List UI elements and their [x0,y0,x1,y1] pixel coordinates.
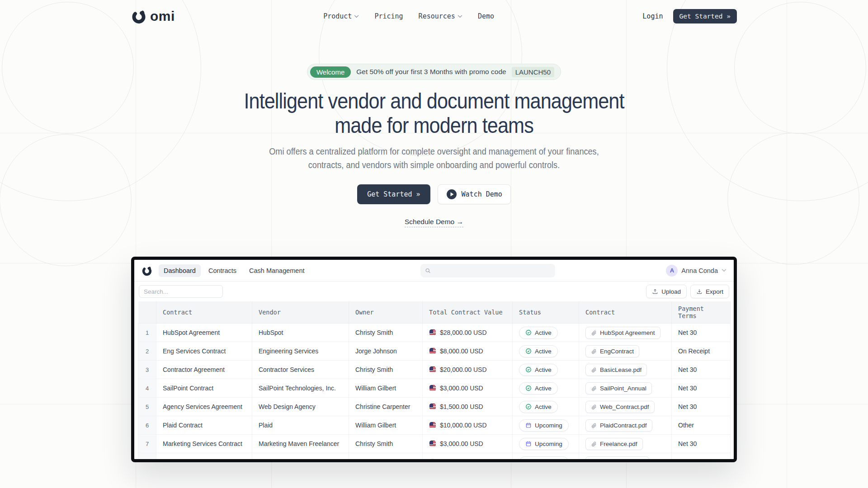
column-header-contract[interactable]: Contract [156,301,252,324]
value-text: $3,000.00 USD [440,385,483,392]
column-header-vendor[interactable]: Vendor [252,301,349,324]
cell-owner: William Gilbert [349,416,423,435]
cell-owner: William Gilbert [349,379,423,398]
cell-contract: Eng Services Contract [156,342,252,361]
get-started-button[interactable]: Get Started » [673,9,737,23]
search-icon [425,267,431,274]
contract-file-chip[interactable]: Web_Contract.pdf [585,401,655,413]
cell-owner: Vincent Fuller [349,453,423,463]
column-header-number [138,301,156,324]
table-row[interactable]: 1 HubSpot Agreement HubSpot Christy Smit… [138,324,731,342]
export-button[interactable]: Export [690,285,729,298]
column-header-owner[interactable]: Owner [349,301,423,324]
hero-get-started-button[interactable]: Get Started » [357,184,430,204]
app-tabs: Dashboard Contracts Cash Management [159,264,310,277]
schedule-demo-link[interactable]: Schedule Demo → [405,218,463,227]
user-menu[interactable]: A Anna Conda [666,265,726,277]
table-row[interactable]: 4 SailPoint Contract SailPoint Technolog… [138,379,731,398]
promo-code: LAUNCH50 [512,67,554,77]
table-row[interactable]: 5 Agency Services Agreement Web Design A… [138,398,731,416]
contracts-table: Contract Vendor Owner Total Contract Val… [138,301,731,462]
cell-status: Active [513,398,579,416]
row-number: 2 [138,342,156,361]
cell-total-value: $28,000.00 USD [423,324,513,342]
cell-payment-terms: On Receipt [672,342,731,361]
table-header-row: Contract Vendor Owner Total Contract Val… [138,301,731,324]
tab-cash-management[interactable]: Cash Management [244,264,310,277]
row-number: 7 [138,435,156,453]
cell-contract: HubSpot Agreement [156,324,252,342]
row-number: 8 [138,453,156,463]
cell-status: Active [513,342,579,361]
upcoming-status-icon [525,459,532,462]
nav-item-pricing[interactable]: Pricing [374,12,403,20]
contract-file-chip[interactable]: HubSpot Agreement [585,327,660,339]
upload-button[interactable]: Upload [646,285,687,298]
status-label: Active [535,404,552,410]
tab-dashboard[interactable]: Dashboard [159,264,201,277]
row-number: 5 [138,398,156,416]
paperclip-icon [591,460,597,463]
cell-contract: SailPoint Contract [156,379,252,398]
brand-logo-icon [131,9,146,24]
table-row[interactable]: 7 Marketing Services Contract Marketing … [138,435,731,453]
nav-item-product[interactable]: Product [323,12,359,20]
cell-contract: Marketing Services Contract [156,435,252,453]
paperclip-icon [591,422,597,428]
contract-file-chip[interactable]: BasicLease.pdf [585,364,647,376]
us-flag-icon [429,422,436,429]
paperclip-icon [591,404,597,410]
cell-contract-file: Web_Contract.pdf [579,398,672,416]
contract-file-chip[interactable]: LegalEagles.pdf [585,456,649,463]
nav-item-demo[interactable]: Demo [478,12,494,20]
cell-contract-file: BasicLease.pdf [579,361,672,379]
login-link[interactable]: Login [642,12,663,20]
chevron-down-icon [722,269,726,272]
status-label: Active [535,348,552,355]
global-search-input[interactable] [434,267,551,274]
contract-file-chip[interactable]: Freelance.pdf [585,438,643,450]
table-row[interactable]: 2 Eng Services Contract Engineering Serv… [138,342,731,361]
file-name: Freelance.pdf [600,441,637,447]
brand-logo[interactable]: omi [131,9,175,24]
file-name: EngContract [600,348,634,355]
nav-label: Resources [419,12,455,20]
watch-demo-button[interactable]: Watch Demo [438,184,511,204]
tab-contracts[interactable]: Contracts [203,264,241,277]
paperclip-icon [591,367,597,373]
nav-item-resources[interactable]: Resources [419,12,462,20]
cell-status: Upcoming [513,416,579,435]
status-label: Active [535,385,552,392]
us-flag-icon [429,385,436,392]
cell-total-value: $1,500.00 USD [423,398,513,416]
cell-total-value: $8,000.00 USD [423,342,513,361]
column-header-terms[interactable]: Payment Terms [672,301,731,324]
play-icon [446,189,457,200]
value-text: $3,000.00 USD [440,440,483,447]
active-status-icon [525,366,532,373]
contract-file-chip[interactable]: PlaidContract.pdf [585,419,652,432]
cell-vendor: Web Design Agency [252,398,349,416]
avatar: A [666,265,678,277]
column-header-file[interactable]: Contract [579,301,672,324]
search-input[interactable] [139,285,223,298]
download-icon [696,288,703,295]
contract-file-chip[interactable]: SailPoint_Annual [585,382,652,394]
row-number: 3 [138,361,156,379]
contract-file-chip[interactable]: EngContract [585,345,639,357]
cell-status: Upcoming [513,435,579,453]
table-row[interactable]: 6 Plaid Contract Plaid William Gilbert $… [138,416,731,435]
table-row[interactable]: 3 Contractor Agreement Contractor Servic… [138,361,731,379]
us-flag-icon [429,366,436,373]
global-search[interactable] [420,264,555,277]
us-flag-icon [429,440,436,447]
title-line-2: made for modern teams [335,113,533,137]
column-header-value[interactable]: Total Contract Value [423,301,513,324]
column-header-status[interactable]: Status [513,301,579,324]
cell-contract: Plaid Contract [156,416,252,435]
chevron-down-icon [458,15,462,18]
hero-description: Omi offers a centralized platform for co… [30,145,838,172]
row-number: 4 [138,379,156,398]
status-label: Active [535,366,552,373]
table-row[interactable]: 8 LELF Contract Legal Eagles Law Firm Vi… [138,453,731,463]
